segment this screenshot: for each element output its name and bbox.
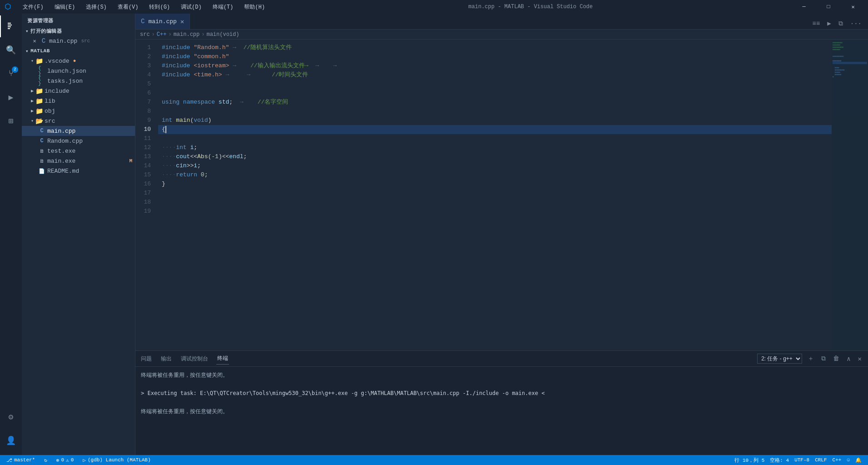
sidebar-item-tasks-json[interactable]: { } tasks.json — [22, 76, 135, 86]
panel-tab-terminal[interactable]: 终端 — [216, 353, 229, 365]
minimap: ■■■■■■■■■ ■■■■■■■ ■■■■■■■■■■ ■■■■■■■ ■■■… — [832, 40, 868, 350]
sidebar-item-test-exe[interactable]: 🗎 test.exe — [22, 146, 135, 156]
activity-debug[interactable]: ▶ — [0, 86, 22, 108]
panel-tabs: 问题 输出 调试控制台 终端 2: 任务 - g++ ＋ ⧉ 🗑 ∧ ✕ — [135, 351, 868, 367]
line-numbers: 1 2 3 4 5 6 7 8 9 10 11 12 13 14 15 16 1… — [135, 40, 158, 350]
menu-select[interactable]: 选择(S) — [83, 2, 110, 12]
status-spaces[interactable]: 空格: 4 — [768, 457, 791, 464]
error-count: 0 — [61, 457, 64, 463]
keyword-include-3: #include — [162, 61, 190, 70]
panel-content[interactable]: 终端将被任务重用，按任意键关闭。 > Executing task: E:\QT… — [135, 367, 868, 455]
activity-extensions[interactable]: ⊞ — [0, 110, 22, 132]
sidebar-item-src[interactable]: ▾ 📂 src — [22, 116, 135, 126]
split-terminal-icon[interactable]: ⧉ — [819, 354, 828, 363]
line-num-8: 8 — [135, 107, 151, 116]
sidebar-item-readme[interactable]: 📄 README.md — [22, 166, 135, 176]
breadcrumb-lang[interactable]: C++ — [157, 31, 167, 38]
terminal-line-3: > Executing task: E:\QT\QTCreator\Tools\… — [141, 389, 863, 398]
svg-rect-3 — [8, 28, 10, 29]
keyword-include-2: #include — [162, 52, 190, 61]
menu-help[interactable]: 帮助(H) — [241, 2, 268, 12]
breadcrumb-symbol[interactable]: main(void) — [206, 31, 239, 38]
panel-tab-output[interactable]: 输出 — [160, 353, 173, 365]
status-eol[interactable]: CRLF — [813, 457, 828, 463]
svg-rect-1 — [8, 25, 12, 25]
activity-git[interactable]: ⑂ 2 — [0, 63, 22, 85]
close-icon[interactable]: ✕ — [31, 37, 38, 45]
code-line-12: ····int i; — [158, 143, 832, 152]
minimize-button[interactable]: ─ — [793, 0, 814, 14]
sidebar-open-editors-header[interactable]: ▾ 打开的编辑器 — [22, 26, 135, 36]
folder-icon3: 📁 — [35, 97, 43, 105]
split-icon[interactable]: ⧉ — [837, 18, 845, 29]
status-run[interactable]: ▷ (gdb) Launch (MATLAB) — [81, 457, 152, 463]
terminal-selector[interactable]: 2: 任务 - g++ — [757, 354, 802, 364]
line-num-18: 18 — [135, 198, 151, 207]
namespace-std: std — [219, 98, 229, 107]
main-area: 🔍 ⑂ 2 ▶ ⊞ ⚙ 👤 资源管理器 ▾ 打开的编辑器 ✕ C main.cp… — [0, 14, 868, 455]
status-sync[interactable]: ↻ — [42, 457, 49, 463]
sidebar-item-launch-json[interactable]: { } launch.json — [22, 66, 135, 76]
sidebar-item-include[interactable]: ▶ 📁 include — [22, 86, 135, 96]
close-panel-icon[interactable]: ✕ — [856, 354, 863, 364]
breadcrumb-file[interactable]: main.cpp — [174, 31, 200, 38]
dot-indicator: ● — [73, 58, 76, 64]
panel-tab-debug-console[interactable]: 调试控制台 — [180, 353, 209, 365]
menu-goto[interactable]: 转到(G) — [146, 2, 173, 12]
more-icon[interactable]: ··· — [848, 18, 863, 29]
run-icon[interactable]: ▶ — [825, 18, 833, 29]
activity-search[interactable]: 🔍 — [0, 39, 22, 61]
status-notifications[interactable]: 🔔 — [853, 457, 863, 463]
menu-view[interactable]: 查看(V) — [115, 2, 141, 12]
tab-toolbar: ≡≡ ▶ ⧉ ··· — [811, 18, 868, 29]
md-icon: 📄 — [38, 167, 45, 175]
string-time: <time.h> — [194, 70, 222, 80]
activity-accounts[interactable]: 👤 — [0, 430, 22, 451]
add-terminal-icon[interactable]: ＋ — [806, 354, 816, 364]
status-encoding[interactable]: UTF-8 — [793, 457, 811, 463]
sync-icon: ↻ — [44, 457, 47, 463]
collapse-panel-icon[interactable]: ∧ — [845, 354, 852, 364]
sidebar-item-src-label: src — [45, 118, 55, 125]
sidebar-matlab-header[interactable]: ▾ MATLAB — [22, 46, 135, 56]
code-line-16: } — [158, 180, 832, 189]
activity-settings[interactable]: ⚙ — [0, 406, 22, 428]
status-git-branch[interactable]: ⎇ master* — [5, 457, 37, 463]
code-content[interactable]: #include "Random.h" → //随机算法头文件 #include… — [158, 40, 832, 350]
line-num-12: 12 — [135, 143, 151, 152]
brace-close: } — [162, 180, 165, 189]
status-position[interactable]: 行 10，列 5 — [733, 457, 766, 464]
sidebar-item-tasks-label: tasks.json — [47, 78, 83, 85]
status-errors[interactable]: ⊗ 0 ⚠ 0 — [55, 457, 75, 463]
menu-file[interactable]: 文件(F) — [20, 2, 46, 12]
code-line-6 — [158, 89, 832, 98]
close-button[interactable]: ✕ — [843, 0, 863, 14]
code-editor[interactable]: 1 2 3 4 5 6 7 8 9 10 11 12 13 14 15 16 1… — [135, 40, 868, 350]
tab-main-cpp[interactable]: C main.cpp ✕ — [135, 14, 190, 29]
chevron-down-icon: ▾ — [25, 48, 29, 54]
line-num-9: 9 — [135, 116, 151, 125]
sidebar-item-main-exe[interactable]: 🗎 main.exe M — [22, 156, 135, 166]
sidebar-item-vscode[interactable]: ▾ 📁 .vscode ● — [22, 56, 135, 66]
sidebar-item-obj[interactable]: ▶ 📁 obj — [22, 106, 135, 116]
sidebar-item-random-cpp[interactable]: C Random.cpp — [22, 136, 135, 146]
delete-terminal-icon[interactable]: 🗑 — [831, 354, 841, 363]
sidebar-item-main-cpp[interactable]: C main.cpp — [22, 126, 135, 136]
tab-close-button[interactable]: ✕ — [180, 18, 184, 25]
panel-tab-problems[interactable]: 问题 — [140, 353, 153, 365]
maximize-button[interactable]: □ — [818, 0, 839, 14]
status-language[interactable]: C++ — [831, 457, 843, 463]
sidebar-item-lib[interactable]: ▶ 📁 lib — [22, 96, 135, 106]
activity-explorer[interactable] — [0, 15, 22, 37]
references-icon[interactable]: ≡≡ — [811, 18, 822, 29]
code-line-7: using namespace std; → //名字空间 — [158, 98, 832, 107]
num-zero: 0 — [201, 170, 205, 180]
chevron-right-icon4: ▶ — [31, 108, 34, 114]
run-icon: ▷ — [83, 457, 86, 463]
menu-debug[interactable]: 调试(D) — [178, 2, 205, 12]
status-feedback[interactable]: ☺ — [845, 457, 852, 463]
menu-terminal[interactable]: 终端(T) — [210, 2, 236, 12]
menu-edit[interactable]: 编辑(E) — [52, 2, 78, 12]
sidebar-item-main-cpp-open[interactable]: ✕ C main.cpp src — [22, 36, 135, 46]
breadcrumb-src[interactable]: src — [140, 31, 150, 38]
